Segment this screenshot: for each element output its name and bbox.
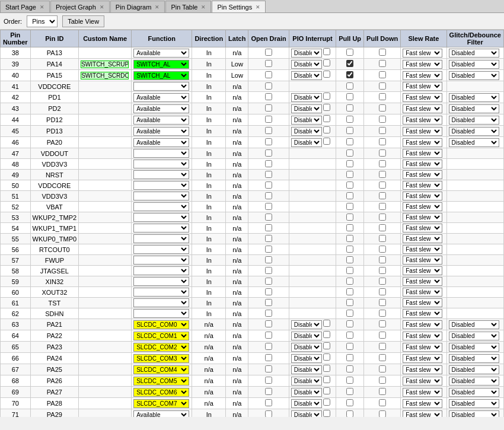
glitch-cell[interactable]: Disabled <box>446 330 503 342</box>
open-drain-cell[interactable] <box>248 364 289 375</box>
pull-down-cell[interactable] <box>364 234 401 244</box>
open-drain-cell[interactable] <box>248 212 289 223</box>
pull-up-cell[interactable] <box>336 266 364 276</box>
open-drain-cell[interactable] <box>248 353 289 364</box>
slew-rate-cell[interactable]: Fast slew rate <box>401 103 446 114</box>
open-drain-cell[interactable] <box>248 330 289 342</box>
open-drain-cell[interactable] <box>248 266 289 276</box>
open-drain-cell[interactable] <box>248 223 289 234</box>
open-drain-cell[interactable] <box>248 255 289 266</box>
custom-name-cell[interactable] <box>79 114 132 126</box>
pio-interrupt-cell[interactable]: Disabled <box>289 47 336 59</box>
pull-up-cell[interactable] <box>336 202 364 212</box>
glitch-cell[interactable] <box>446 308 503 319</box>
tab-pin-table[interactable]: Pin Table ✕ <box>165 1 211 12</box>
pio-interrupt-cell[interactable]: Disabled <box>289 92 336 103</box>
open-drain-cell[interactable] <box>248 387 289 398</box>
function-cell[interactable] <box>132 191 192 202</box>
custom-name-cell[interactable] <box>79 387 132 398</box>
function-cell[interactable] <box>132 308 192 319</box>
open-drain-cell[interactable] <box>248 159 289 170</box>
glitch-cell[interactable]: Disabled <box>446 103 503 114</box>
function-cell[interactable]: Available <box>132 103 192 114</box>
pio-interrupt-cell[interactable]: Disabled <box>289 103 336 114</box>
function-cell[interactable] <box>132 159 192 170</box>
pull-down-cell[interactable] <box>364 70 401 81</box>
order-select[interactable]: Pins <box>27 15 58 27</box>
pull-up-cell[interactable] <box>336 47 364 59</box>
glitch-cell[interactable]: Disabled <box>446 319 503 330</box>
function-cell[interactable] <box>132 81 192 92</box>
custom-name-cell[interactable] <box>79 223 132 234</box>
custom-name-cell[interactable] <box>79 47 132 59</box>
function-cell[interactable]: Available <box>132 126 192 137</box>
pull-down-cell[interactable] <box>364 375 401 387</box>
open-drain-cell[interactable] <box>248 81 289 92</box>
pull-down-cell[interactable] <box>364 276 401 287</box>
glitch-cell[interactable] <box>446 276 503 287</box>
custom-name-cell[interactable] <box>79 212 132 223</box>
pull-down-cell[interactable] <box>364 202 401 212</box>
pull-up-cell[interactable] <box>336 276 364 287</box>
custom-name-cell[interactable] <box>79 180 132 191</box>
pull-up-cell[interactable] <box>336 308 364 319</box>
pio-interrupt-cell[interactable] <box>289 287 336 298</box>
function-cell[interactable] <box>132 266 192 276</box>
pio-interrupt-cell[interactable] <box>289 255 336 266</box>
custom-name-cell[interactable] <box>79 375 132 387</box>
pull-up-cell[interactable] <box>336 81 364 92</box>
pio-interrupt-cell[interactable]: Disabled <box>289 375 336 387</box>
custom-name-cell[interactable] <box>79 191 132 202</box>
pio-interrupt-cell[interactable]: Disabled <box>289 353 336 364</box>
glitch-cell[interactable]: Disabled <box>446 70 503 81</box>
glitch-cell[interactable] <box>446 159 503 170</box>
pull-down-cell[interactable] <box>364 353 401 364</box>
pull-down-cell[interactable] <box>364 126 401 137</box>
pull-up-cell[interactable] <box>336 287 364 298</box>
pull-down-cell[interactable] <box>364 244 401 255</box>
open-drain-cell[interactable] <box>248 114 289 126</box>
slew-rate-cell[interactable]: Fast slew rate <box>401 70 446 81</box>
tab-pin-diagram[interactable]: Pin Diagram ✕ <box>110 1 165 12</box>
glitch-cell[interactable] <box>446 266 503 276</box>
open-drain-cell[interactable] <box>248 70 289 81</box>
custom-name-cell[interactable] <box>79 266 132 276</box>
pull-down-cell[interactable] <box>364 180 401 191</box>
pio-interrupt-cell[interactable]: Disabled <box>289 319 336 330</box>
pull-up-cell[interactable] <box>336 126 364 137</box>
slew-rate-cell[interactable]: Fast slew rate <box>401 342 446 353</box>
function-cell[interactable]: SLCDC_COM3 <box>132 353 192 364</box>
function-cell[interactable]: SLCDC_COM1 <box>132 330 192 342</box>
open-drain-cell[interactable] <box>248 59 289 70</box>
pull-up-cell[interactable] <box>336 244 364 255</box>
custom-name-cell[interactable] <box>79 159 132 170</box>
slew-rate-cell[interactable]: Fast slew rate <box>401 47 446 59</box>
pio-interrupt-cell[interactable]: Disabled <box>289 398 336 409</box>
custom-name-cell[interactable] <box>79 170 132 180</box>
custom-name-cell[interactable] <box>79 70 132 81</box>
pull-down-cell[interactable] <box>364 308 401 319</box>
custom-name-cell[interactable] <box>79 92 132 103</box>
tab-project-graph[interactable]: Project Graph ✕ <box>50 1 110 12</box>
pio-interrupt-cell[interactable] <box>289 212 336 223</box>
custom-name-cell[interactable] <box>79 287 132 298</box>
glitch-cell[interactable]: Disabled <box>446 342 503 353</box>
slew-rate-cell[interactable]: Fast slew rate <box>401 159 446 170</box>
slew-rate-cell[interactable]: Fast slew rate <box>401 276 446 287</box>
tab-start-page[interactable]: Start Page ✕ <box>0 1 50 12</box>
table-container[interactable]: PinNumber Pin ID Custom Name Function Di… <box>0 30 504 417</box>
pull-down-cell[interactable] <box>364 342 401 353</box>
slew-rate-cell[interactable]: Fast slew rate <box>401 375 446 387</box>
pull-up-cell[interactable] <box>336 180 364 191</box>
glitch-cell[interactable] <box>446 180 503 191</box>
pio-interrupt-cell[interactable] <box>289 148 336 159</box>
pio-interrupt-cell[interactable]: Disabled <box>289 70 336 81</box>
open-drain-cell[interactable] <box>248 234 289 244</box>
pull-down-cell[interactable] <box>364 103 401 114</box>
tab-close-project[interactable]: ✕ <box>100 4 104 10</box>
custom-name-cell[interactable] <box>79 353 132 364</box>
slew-rate-cell[interactable]: Fast slew rate <box>401 244 446 255</box>
open-drain-cell[interactable] <box>248 308 289 319</box>
pio-interrupt-cell[interactable]: Disabled <box>289 409 336 418</box>
function-cell[interactable]: SLCDC_COM0 <box>132 319 192 330</box>
